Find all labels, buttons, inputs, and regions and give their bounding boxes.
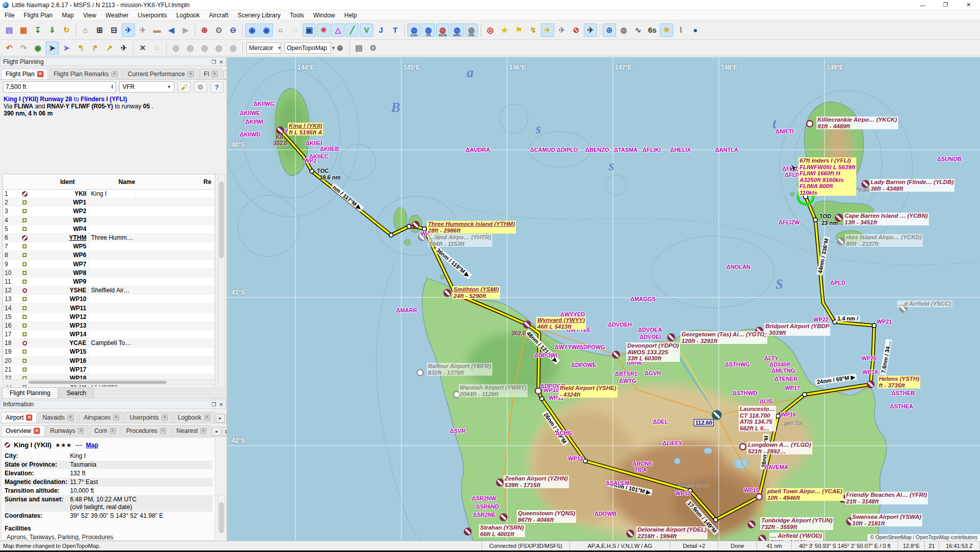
show-winds[interactable]: ↯ bbox=[527, 24, 540, 37]
show-sun-shading[interactable]: ☀ bbox=[660, 24, 673, 37]
tab-close-icon[interactable]: ✕ bbox=[37, 71, 43, 77]
calculate-button[interactable]: ⚙ bbox=[194, 81, 207, 93]
tab-menu-icon[interactable]: ▤ bbox=[226, 413, 226, 423]
options[interactable]: ⚙ bbox=[367, 41, 380, 55]
open-flight-plan[interactable]: ▦ bbox=[17, 24, 30, 37]
show-ils[interactable]: ◌ bbox=[288, 24, 302, 37]
flight-plan-row-wp15[interactable]: 19WP15 bbox=[3, 348, 215, 356]
show-jet-airways[interactable]: J bbox=[374, 24, 388, 37]
tab-flight-plan[interactable]: Flight Plan✕ bbox=[1, 68, 48, 79]
tab-procedures[interactable]: Procedures✕ bbox=[122, 425, 171, 436]
flight-plan-row-wp11[interactable]: 14WP11 bbox=[3, 304, 215, 312]
map-marker-1[interactable]: ◎ bbox=[169, 41, 183, 55]
flight-plan-row-ykii[interactable]: 1YKIIKing I bbox=[3, 190, 215, 198]
menu-aircraft[interactable]: Aircraft bbox=[204, 11, 233, 20]
menu-tools[interactable]: Tools bbox=[285, 11, 309, 20]
adjust-altitude-button[interactable]: 🖌 bbox=[177, 81, 191, 93]
tab-close-icon[interactable]: ✕ bbox=[162, 415, 168, 421]
menu-weather[interactable]: Weather bbox=[101, 11, 133, 20]
map-marker-3[interactable]: ◎ bbox=[198, 41, 211, 55]
dock-close-icon[interactable]: ✕ bbox=[219, 59, 223, 65]
flight-plan-row-wp14[interactable]: 17WP14 bbox=[3, 330, 215, 339]
calculate-flight-plan[interactable]: ✕ bbox=[136, 41, 149, 55]
flight-plan-row-ycae[interactable]: 18YCAECampbell To… bbox=[3, 339, 215, 348]
show-globe[interactable]: ● bbox=[689, 24, 702, 37]
dock-tab-flight-planning[interactable]: Flight Planning bbox=[2, 387, 58, 398]
flight-plan-row-wp5[interactable]: 7WP5 bbox=[3, 242, 215, 251]
tab-close-icon[interactable]: ✕ bbox=[204, 415, 210, 421]
center-flight-plan[interactable]: ⊟ bbox=[107, 24, 121, 37]
tab-nearest[interactable]: Nearest✕ bbox=[172, 425, 211, 436]
revert-flight-plan[interactable]: ↻ bbox=[60, 24, 73, 37]
show-glider[interactable]: ╱ bbox=[346, 24, 359, 37]
airspace-restricted[interactable]: ◍RSTR bbox=[436, 24, 449, 37]
show-ndb[interactable]: ◉ bbox=[260, 24, 273, 37]
flight-plan-row-wp6[interactable]: 8WP6 bbox=[3, 251, 215, 260]
show-airports[interactable]: ◎ bbox=[484, 24, 497, 37]
tab-logbook[interactable]: Logbook✕ bbox=[173, 412, 215, 423]
tab-close-icon[interactable]: ✕ bbox=[26, 415, 32, 421]
airspace-fir[interactable]: ◍FIR bbox=[422, 24, 435, 37]
menu-map[interactable]: Map bbox=[57, 11, 78, 20]
flight-plan-row-ythm[interactable]: 6YTHMThree Humm… bbox=[3, 234, 215, 242]
flight-plan-row-wp8[interactable]: 10WP8 bbox=[3, 269, 215, 278]
add-altitude-position[interactable]: ✈ bbox=[117, 41, 130, 55]
map-link[interactable]: Map bbox=[86, 442, 98, 449]
new-flight-plan[interactable]: ▤ bbox=[3, 24, 16, 37]
dock-tab-search[interactable]: Search bbox=[59, 387, 94, 398]
show-airways[interactable]: ▣ bbox=[303, 24, 316, 37]
show-victor-airways[interactable]: V bbox=[360, 24, 373, 37]
delete-aircraft-track[interactable]: ▬ bbox=[150, 24, 164, 37]
tab-close-icon[interactable]: ✕ bbox=[188, 71, 194, 77]
tab-userpoints[interactable]: Userpoints✕ bbox=[125, 412, 172, 423]
airspace-special[interactable]: ◍SPEC bbox=[450, 24, 464, 37]
tab-close-icon[interactable]: ✕ bbox=[113, 415, 119, 421]
spinner-arrows-icon[interactable]: ▲▼ bbox=[110, 84, 113, 89]
center-aircraft[interactable]: ✈ bbox=[122, 24, 135, 37]
tab-close-icon[interactable]: ✕ bbox=[200, 428, 207, 434]
procedure-leg-departure[interactable]: ↰ bbox=[74, 41, 87, 55]
flight-rules-combo[interactable]: VFR ▼ bbox=[119, 81, 174, 93]
tab-close-icon[interactable]: ✕ bbox=[160, 428, 166, 434]
map-home[interactable]: ⌂ bbox=[79, 24, 92, 37]
flight-plan-row-wp4[interactable]: 5WP4 bbox=[3, 225, 215, 234]
show-minimum-altitude[interactable]: ∿ bbox=[631, 24, 645, 37]
show-multiplayer-aircraft[interactable]: ✈ bbox=[584, 24, 597, 37]
show-userpoints[interactable]: ★ bbox=[498, 24, 511, 37]
show-msa[interactable]: 6s bbox=[646, 24, 659, 37]
search-coordinates[interactable]: ⊕ bbox=[333, 41, 347, 55]
show-vor[interactable]: ◉ bbox=[245, 24, 259, 37]
menu-flight-plan[interactable]: Flight Plan bbox=[19, 11, 57, 20]
show-waypoints[interactable]: ○ bbox=[274, 24, 287, 37]
tab-scroll-right-icon[interactable]: ▸ bbox=[212, 427, 221, 436]
zoom-normal[interactable]: ◉ bbox=[31, 41, 44, 55]
show-ai-aircraft[interactable]: ✈ bbox=[555, 24, 568, 37]
map-marker-4[interactable]: ◎ bbox=[212, 41, 225, 55]
map-position-forward[interactable]: ▶ bbox=[179, 24, 192, 37]
flight-plan-edit-mode[interactable]: ➤ bbox=[45, 41, 59, 55]
close-button[interactable]: ✕ bbox=[957, 0, 980, 10]
undo[interactable]: ↶ bbox=[3, 41, 16, 55]
menu-view[interactable]: View bbox=[78, 11, 101, 20]
tab-close-icon[interactable]: ✕ bbox=[78, 428, 84, 434]
flight-plan-row-wp12[interactable]: 15WP12 bbox=[3, 313, 215, 321]
menu-scenery-library[interactable]: Scenery Library bbox=[233, 11, 285, 20]
header-restriction[interactable]: Re bbox=[203, 178, 211, 186]
flight-plan-row-wp13[interactable]: 16WP13 bbox=[3, 321, 215, 330]
tab-close-icon[interactable]: ✕ bbox=[212, 71, 218, 77]
dock-close-icon[interactable]: ✕ bbox=[219, 402, 223, 407]
show-vfr-points[interactable]: △ bbox=[331, 24, 345, 37]
flight-plan-row-wp1[interactable]: 2WP1 bbox=[3, 198, 215, 207]
info-vertical-scrollbar[interactable] bbox=[218, 495, 225, 528]
procedure-leg-arrival[interactable]: ↱ bbox=[88, 41, 102, 55]
airspace-icao[interactable]: ◍ICAO bbox=[407, 24, 421, 37]
center-rectangle[interactable]: ⊞ bbox=[93, 24, 106, 37]
tab-close-icon[interactable]: ✕ bbox=[110, 428, 116, 434]
show-pois[interactable]: ⚑ bbox=[512, 24, 526, 37]
flight-plan-row-yshe[interactable]: 12YSHESheffield Air… bbox=[3, 286, 215, 295]
save-flight-plan[interactable]: ↧ bbox=[31, 24, 44, 37]
menu-help[interactable]: Help bbox=[340, 11, 362, 20]
map-marker-5[interactable]: ◎ bbox=[226, 41, 240, 55]
show-tracks[interactable]: ✳ bbox=[317, 24, 330, 37]
tab-runways[interactable]: Runways✕ bbox=[45, 425, 88, 436]
